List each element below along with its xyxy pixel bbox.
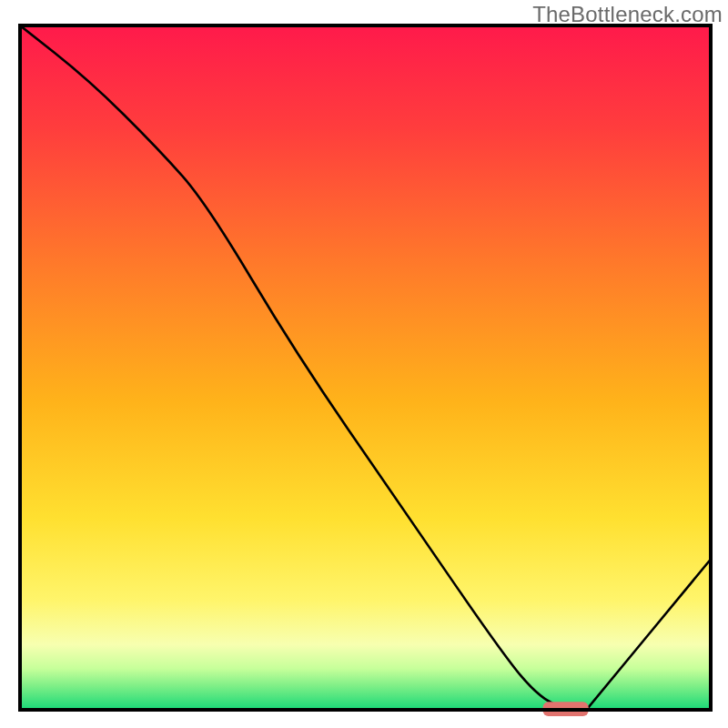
watermark-text: TheBottleneck.com (532, 2, 723, 27)
plot-background (20, 25, 711, 710)
chart-container: TheBottleneck.com (0, 0, 728, 728)
bottleneck-chart (0, 0, 728, 728)
